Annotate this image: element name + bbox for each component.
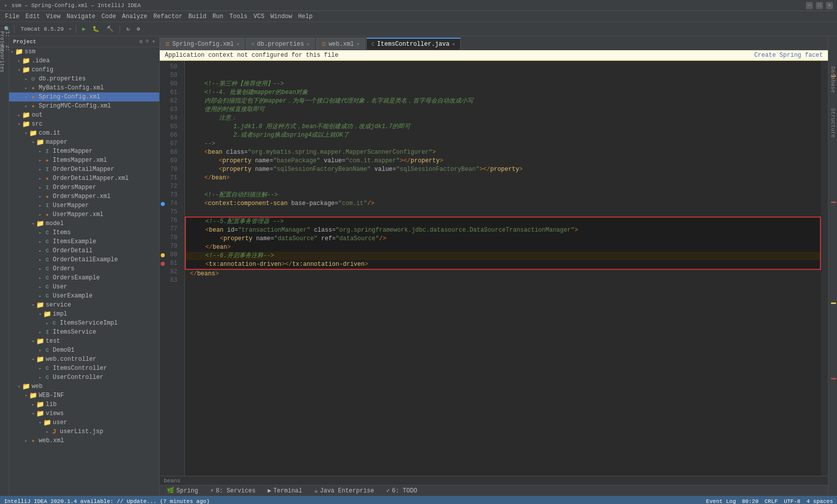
run-config-selector[interactable]: Tomcat 8.5.29 (19, 25, 66, 33)
tree-item-UserMapper.xml[interactable]: ▸ ✦ UserMapper.xml (9, 210, 159, 219)
favorites-panel-toggle[interactable]: 2: Favorites (1, 55, 8, 62)
tree-item-service[interactable]: ▾ 📁 service (9, 300, 159, 310)
tab-items-controller[interactable]: C ItemsController.java ✕ (366, 38, 461, 50)
tab-spring-config-close[interactable]: ✕ (236, 41, 239, 47)
event-log-link[interactable]: Event Log (706, 498, 736, 504)
tab-spring-config[interactable]: ☰ Spring-Config.xml ✕ (160, 38, 245, 50)
tree-item-ItemsService[interactable]: ▸ I ItemsService (9, 328, 159, 337)
maximize-button[interactable]: □ (816, 2, 823, 9)
tree-item-ItemsMapper.xml[interactable]: ▸ ✦ ItemsMapper.xml (9, 156, 159, 165)
status-update-text[interactable]: IntelliJ IDEA 2020.1.4 available: // Upd… (4, 498, 210, 504)
menu-file[interactable]: File (2, 13, 23, 20)
tree-label-mapper: mapper (46, 139, 67, 146)
build-button[interactable]: 🔨 (104, 25, 116, 33)
tree-item-views[interactable]: ▾ 📁 views (9, 409, 159, 418)
tree-item-Items[interactable]: ▸ C Items (9, 228, 159, 237)
code-area[interactable]: <!--第三种【推荐使用】--> <!--4. 批量创建mapper的bean对… (185, 61, 821, 476)
services-tab[interactable]: ⚡ 8: Services (207, 486, 258, 495)
create-spring-facet-link[interactable]: Create Spring facet (754, 52, 823, 59)
tree-item-db.properties[interactable]: ▸ ⚙ db.properties (9, 74, 159, 83)
update-button[interactable]: ↻ (124, 25, 132, 33)
code-content-71: </bean> (190, 174, 230, 182)
menu-view[interactable]: View (43, 13, 64, 20)
menu-refactor[interactable]: Refactor (150, 13, 185, 20)
tree-item-ItemsController[interactable]: ▸ C ItemsController (9, 364, 159, 373)
tree-item-web[interactable]: ▾ 📁 web (9, 382, 159, 391)
menu-build[interactable]: Build (185, 13, 210, 20)
tree-item-lib[interactable]: ▸ 📁 lib (9, 400, 159, 409)
tree-item-UserMapper[interactable]: ▸ I UserMapper (9, 201, 159, 210)
menu-window[interactable]: Window (267, 13, 295, 20)
encoding[interactable]: UTF-8 (784, 498, 800, 504)
tab-web-xml[interactable]: ☰ web.xml ✕ (316, 38, 365, 50)
tree-item-OrdersMapper[interactable]: ▸ I OrdersMapper (9, 183, 159, 192)
todo-tab[interactable]: ✓ 6: TODO (383, 486, 421, 495)
settings-button[interactable]: ⚙ (135, 25, 142, 33)
tree-item-userList.jsp[interactable]: ▸ J userList.jsp (9, 427, 159, 436)
terminal-tab[interactable]: ▶ Terminal (265, 486, 305, 495)
menu-code[interactable]: Code (98, 13, 119, 20)
tree-item-model[interactable]: ▾ 📁 model (9, 219, 159, 228)
java-enterprise-tab[interactable]: ☕ Java Enterprise (311, 486, 377, 495)
tree-item-impl[interactable]: ▾ 📁 impl (9, 310, 159, 319)
tree-item-com.it[interactable]: ▾ 📁 com.it (9, 129, 159, 138)
project-panel-toggle[interactable]: 1: Project (1, 38, 8, 45)
minimize-button[interactable]: ─ (806, 2, 813, 9)
tree-item-web.xml[interactable]: ▸ ✦ web.xml (9, 436, 159, 445)
tree-label-mybatis: MyBatis-Config.xml (39, 84, 104, 91)
tree-item-springmvc[interactable]: ▸ ✦ SpringMVC-Config.xml (9, 102, 159, 111)
tree-label-config: config (32, 66, 53, 73)
project-collapse-icon[interactable]: ≡ (146, 38, 149, 45)
menu-navigate[interactable]: Navigate (63, 13, 98, 20)
menu-run[interactable]: Run (210, 13, 227, 20)
tree-arrow-test: ▾ (30, 339, 36, 344)
tree-item-WEB-INF[interactable]: ▾ 📁 WEB-INF (9, 391, 159, 400)
menu-edit[interactable]: Edit (23, 13, 43, 20)
structure-panel-toggle[interactable]: Structure (830, 108, 836, 138)
menu-tools[interactable]: Tools (227, 13, 251, 20)
tree-item-OrderDetailMapper.xml[interactable]: ▸ ✦ OrderDetailMapper.xml (9, 174, 159, 183)
menu-help[interactable]: Help (295, 13, 316, 20)
tree-item-OrderDetail[interactable]: ▸ C OrderDetail (9, 246, 159, 255)
menu-analyze[interactable]: Analyze (119, 13, 150, 20)
tree-item-ItemsServiceImpl[interactable]: ▸ C ItemsServiceImpl (9, 319, 159, 328)
run-button[interactable]: ▶ (80, 25, 88, 33)
project-options-icon[interactable]: ▾ (152, 38, 155, 45)
tab-db-properties[interactable]: ⚙ db.properties ✕ (246, 38, 315, 50)
tree-item-ssm[interactable]: ▾ 📁 ssm (9, 47, 159, 56)
tree-item-mybatis[interactable]: ▸ ✦ MyBatis-Config.xml (9, 83, 159, 92)
spring-tab[interactable]: 🌿 Spring (164, 486, 201, 495)
tree-icon-Demo01: C (43, 346, 51, 354)
tree-item-user[interactable]: ▾ 📁 user (9, 418, 159, 427)
close-button[interactable]: ✕ (826, 2, 833, 9)
tree-item-User[interactable]: ▸ C User (9, 282, 159, 291)
tree-item-out[interactable]: ▸ 📁 out (9, 111, 159, 120)
tree-item-Demo01[interactable]: ▸ C Demo01 (9, 346, 159, 355)
tree-item-idea[interactable]: ▸ 📁 .idea (9, 56, 159, 65)
tree-item-OrdersMapper.xml[interactable]: ▸ ✦ OrdersMapper.xml (9, 192, 159, 201)
tree-item-ItemsMapper[interactable]: ▸ I ItemsMapper (9, 147, 159, 156)
tree-item-UserController[interactable]: ▸ C UserController (9, 373, 159, 382)
tree-item-OrderDetailMapper[interactable]: ▸ I OrderDetailMapper (9, 165, 159, 174)
tree-item-test[interactable]: ▾ 📁 test (9, 337, 159, 346)
tree-item-OrdersExample[interactable]: ▸ C OrdersExample (9, 273, 159, 282)
tree-item-src[interactable]: ▾ 📁 src (9, 120, 159, 129)
line-ending[interactable]: CRLF (765, 498, 778, 504)
editor-content: 5859606162636465666768697071727374757677… (160, 61, 828, 476)
debug-button[interactable]: 🐛 (90, 25, 101, 33)
tree-item-config[interactable]: ▾ 📁 config (9, 65, 159, 74)
indent-setting[interactable]: 4 spaces (806, 498, 833, 504)
tree-item-mapper[interactable]: ▾ 📁 mapper (9, 138, 159, 147)
tree-item-OrderDetailExample[interactable]: ▸ C OrderDetailExample (9, 255, 159, 264)
tree-item-ItemsExample[interactable]: ▸ C ItemsExample (9, 237, 159, 246)
project-settings-icon[interactable]: ⚙ (139, 38, 143, 45)
tree-item-web.controller[interactable]: ▾ 📁 web.controller (9, 355, 159, 364)
tree-item-spring-config[interactable]: ▸ ✦ Spring-Config.xml (9, 92, 159, 102)
tree-item-Orders[interactable]: ▸ C Orders (9, 264, 159, 273)
tree-item-UserExample[interactable]: ▸ C UserExample (9, 291, 159, 300)
tab-db-properties-close[interactable]: ✕ (306, 41, 309, 47)
tab-web-xml-close[interactable]: ✕ (357, 41, 360, 47)
tab-items-controller-close[interactable]: ✕ (452, 41, 455, 47)
database-panel-toggle[interactable]: Database (830, 66, 836, 93)
menu-vcs[interactable]: VCS (251, 13, 268, 20)
